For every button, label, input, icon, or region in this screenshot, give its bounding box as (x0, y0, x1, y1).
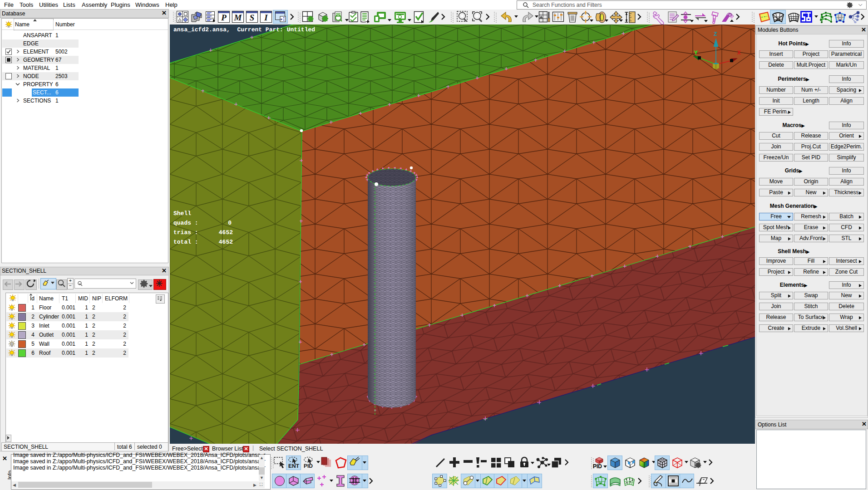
svg-text:quads :: quads : (173, 220, 198, 226)
svg-text:Z: Z (714, 31, 717, 38)
svg-text:trias :: trias : (173, 229, 198, 236)
svg-text:X: X (737, 49, 741, 56)
svg-text:P: P (221, 13, 227, 23)
svg-text:PID: PID (304, 463, 313, 469)
svg-text:total :: total : (173, 239, 198, 245)
svg-text:4652: 4652 (219, 229, 233, 236)
svg-text:ENT: ENT (288, 463, 300, 469)
svg-text:Y: Y (694, 49, 698, 56)
svg-text:Shell: Shell (173, 210, 191, 217)
svg-text:ansa_icfd2.ansa, Current Part: ansa_icfd2.ansa, Current Part: Untitled (173, 26, 315, 33)
svg-text:M: M (234, 13, 242, 23)
svg-text:0: 0 (228, 220, 232, 226)
svg-text:4652: 4652 (219, 239, 233, 245)
svg-text:S: S (250, 13, 255, 23)
svg-text:I: I (264, 13, 268, 23)
